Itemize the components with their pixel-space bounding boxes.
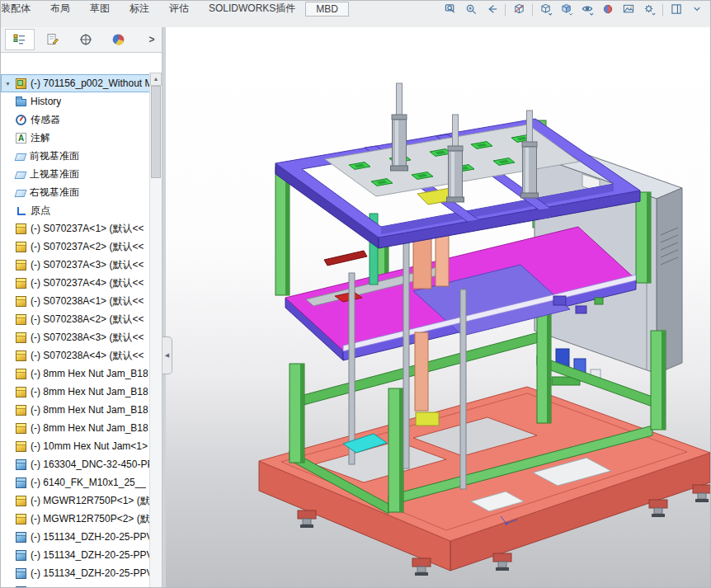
tree-item[interactable]: (-) 163304_DNC-32-450-PP bbox=[1, 455, 162, 473]
tree-item[interactable]: (-) 8mm Hex Nut Jam_B18 bbox=[1, 419, 162, 437]
ribbon-tab-evaluate[interactable]: 评估 bbox=[159, 1, 199, 16]
scrollbar-thumb[interactable] bbox=[151, 86, 161, 178]
panel-tab-bar: > bbox=[1, 27, 162, 53]
feature-panel: > ▼ (-) 701156_p002_Without Mair History… bbox=[1, 27, 162, 587]
ribbon-tab-sketch[interactable]: 草图 bbox=[80, 1, 120, 16]
tree-item[interactable]: (-) S070237A<3> (默认<< bbox=[1, 256, 162, 274]
part-icon bbox=[16, 314, 26, 325]
part-icon bbox=[16, 441, 26, 452]
feature-tree: ▼ (-) 701156_p002_Without Mair History 传… bbox=[1, 53, 162, 587]
tree-item[interactable]: (-) 151134_DZH-20-25-PPV bbox=[1, 528, 162, 546]
graphics-area[interactable] bbox=[166, 27, 710, 587]
previous-view-icon[interactable] bbox=[482, 2, 501, 17]
tree-item[interactable]: (-) 8mm Hex Nut Jam_B18 bbox=[1, 365, 162, 383]
expand-arrow-icon[interactable]: ▼ bbox=[4, 81, 12, 87]
ribbon-tab-assembly[interactable]: 装配体 bbox=[0, 1, 40, 16]
featuremanager-tab-icon[interactable] bbox=[5, 29, 35, 50]
view-orientation-icon[interactable] bbox=[536, 2, 556, 17]
tree-item[interactable]: (-) S070238A<4> (默认<< bbox=[1, 346, 162, 365]
edit-appearance-icon[interactable] bbox=[598, 2, 618, 17]
assembly-icon bbox=[16, 78, 26, 89]
displaymanager-tab-icon[interactable] bbox=[104, 29, 134, 50]
tree-item[interactable]: (-) MGWR12R750P<2> (默 bbox=[1, 510, 162, 528]
tree-item[interactable]: (-) S070238A<2> (默认<< bbox=[1, 310, 162, 328]
tree-scrollbar[interactable]: ▲ bbox=[149, 73, 162, 587]
part-icon bbox=[16, 369, 26, 379]
annotations-icon bbox=[16, 133, 26, 143]
history-folder-icon bbox=[16, 99, 26, 106]
part-icon bbox=[16, 242, 26, 252]
tree-item[interactable]: (-) 6140_FK_M10x1_25__ bbox=[1, 473, 162, 492]
toolbar-separator bbox=[505, 4, 506, 16]
expand-panel-arrow[interactable]: > bbox=[145, 31, 158, 49]
part-icon bbox=[16, 423, 26, 434]
part-icon bbox=[16, 550, 26, 561]
sensors-icon bbox=[16, 115, 26, 125]
tree-item[interactable]: 前视基准面 bbox=[1, 147, 162, 165]
plane-icon bbox=[15, 172, 27, 179]
part-icon bbox=[16, 223, 26, 234]
part-icon bbox=[16, 278, 26, 289]
tree-item[interactable]: 传感器 bbox=[1, 111, 162, 129]
part-icon bbox=[16, 260, 26, 270]
tree-item[interactable]: (-) S070237A<4> (默认<< bbox=[1, 274, 162, 292]
tree-item[interactable]: (-) 151134_DZH-20-25-PPV bbox=[1, 546, 162, 564]
collapse-panel-arrow[interactable]: ◀ bbox=[162, 336, 172, 374]
tree-item[interactable]: (-) MGWR12R750P<1> (默 bbox=[1, 492, 162, 510]
task-pane-icon[interactable] bbox=[666, 2, 686, 17]
tree-item[interactable]: (-) S070237A<1> (默认<< bbox=[1, 219, 162, 238]
view-settings-icon[interactable] bbox=[639, 2, 659, 17]
tree-item-root[interactable]: ▼ (-) 701156_p002_Without Mair bbox=[1, 74, 162, 92]
tree-item[interactable]: (-) 151134_DZH-20-25-PPV bbox=[1, 582, 162, 587]
tree-item[interactable]: 右视基准面 bbox=[1, 183, 162, 201]
clamp-bar[interactable] bbox=[324, 251, 367, 266]
part-icon bbox=[16, 496, 26, 506]
tree-item[interactable]: (-) 151134_DZH-20-25-PPV bbox=[1, 564, 162, 582]
propertymanager-tab-icon[interactable] bbox=[38, 29, 68, 50]
section-view-icon[interactable] bbox=[509, 2, 529, 17]
ribbon-tab-addins[interactable]: SOLIDWORKS插件 bbox=[199, 1, 305, 16]
tree-item[interactable]: (-) 8mm Hex Nut Jam_B18 bbox=[1, 401, 162, 419]
configurationmanager-tab-icon[interactable] bbox=[71, 29, 101, 50]
more-icon[interactable] bbox=[687, 2, 707, 17]
tree-item[interactable]: History bbox=[1, 92, 162, 111]
hide-show-items-icon[interactable] bbox=[577, 2, 597, 17]
display-style-icon[interactable] bbox=[557, 2, 577, 17]
tree-item[interactable]: 原点 bbox=[1, 201, 162, 219]
ribbon-tab-layout[interactable]: 布局 bbox=[40, 1, 80, 16]
tree-item[interactable]: (-) 8mm Hex Nut Jam_B18 bbox=[1, 383, 162, 401]
tree-item[interactable]: (-) 10mm Hex Nut Jam<1> bbox=[1, 437, 162, 455]
part-icon bbox=[16, 405, 26, 416]
ribbon-tab-markup[interactable]: 标注 bbox=[120, 1, 159, 16]
main-area: > ▼ (-) 701156_p002_Without Mair History… bbox=[1, 27, 710, 587]
part-icon bbox=[16, 477, 26, 488]
part-icon bbox=[16, 296, 26, 307]
ribbon: 装配体 布局 草图 标注 评估 SOLIDWORKS插件 MBD bbox=[1, 1, 710, 28]
tree-item[interactable]: 上视基准面 bbox=[1, 165, 162, 183]
scroll-up-icon[interactable]: ▲ bbox=[150, 73, 162, 86]
part-icon bbox=[16, 350, 26, 361]
tree-item-label: (-) 701156_p002_Without Mair bbox=[31, 78, 162, 89]
toolbar-separator bbox=[532, 4, 533, 16]
apply-scene-icon[interactable] bbox=[619, 2, 638, 17]
base-frame[interactable] bbox=[259, 387, 711, 576]
zoom-to-fit-icon[interactable] bbox=[440, 2, 460, 17]
tree-item[interactable]: (-) S070238A<1> (默认<< bbox=[1, 292, 162, 310]
toolbar-separator bbox=[662, 4, 663, 16]
part-icon bbox=[16, 586, 26, 588]
solidworks-window: 装配体 布局 草图 标注 评估 SOLIDWORKS插件 MBD bbox=[0, 0, 711, 588]
assembly-model bbox=[166, 27, 711, 588]
part-icon bbox=[16, 387, 26, 397]
part-icon bbox=[16, 332, 26, 343]
origin-icon bbox=[16, 205, 26, 216]
plane-icon bbox=[15, 190, 27, 197]
part-icon bbox=[16, 568, 26, 579]
tree-item[interactable]: (-) S070237A<2> (默认<< bbox=[1, 238, 162, 256]
headsup-toolbar bbox=[440, 2, 707, 17]
plane-icon bbox=[15, 153, 27, 161]
part-icon bbox=[16, 532, 26, 543]
ribbon-tab-mbd[interactable]: MBD bbox=[305, 2, 349, 16]
tree-item[interactable]: 注解 bbox=[1, 129, 162, 147]
tree-item[interactable]: (-) S070238A<3> (默认<< bbox=[1, 328, 162, 346]
zoom-to-area-icon[interactable] bbox=[461, 2, 481, 17]
